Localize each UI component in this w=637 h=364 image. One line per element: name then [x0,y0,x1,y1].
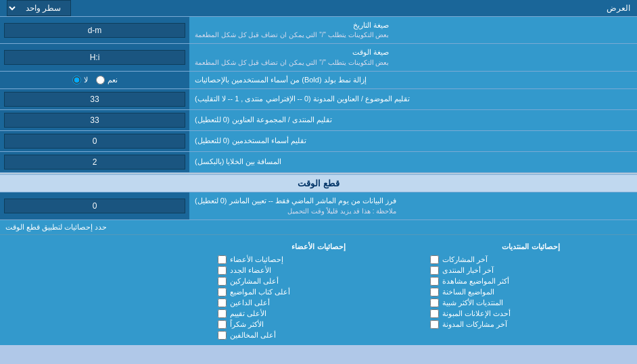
members-stats-col: إحصائيات الأعضاء إحصائيات الأعضاء الأعضا… [212,238,425,342]
date-format-input-cell [0,17,189,43]
check-most-viewed: أكثر المواضيع مشاهدة [430,277,632,286]
stats-checkboxes-area: إحصائيات المنتديات آخر المشاركات آخر أخب… [0,235,637,345]
bold-remove-label: إزالة نمط بولد (Bold) من أسماء المستخدمي… [189,72,637,88]
check-hot-topics-input[interactable] [430,288,439,296]
check-blog-posts: آخر مشاركات المدونة [430,320,632,329]
cell-spacing-input[interactable] [4,155,185,170]
display-row: العرض سطر واحد سطرين ثلاثة أسطر [0,0,637,17]
cell-spacing-label: المسافة بين الخلايا (بالبكسل) [189,152,637,172]
stats-limit-label: حدد إحصائيات لتطبيق قطع الوقت [0,220,637,234]
cell-spacing-row: المسافة بين الخلايا (بالبكسل) [0,152,637,173]
time-format-input[interactable] [4,50,185,65]
check-latest-ads: أحدث الإعلانات المبونة [430,309,632,318]
usernames-row: تقليم أسماء المستخدمين (0 للتعطيل) [0,131,637,152]
check-top-rated: الأعلى تقييم [218,309,419,318]
check-last-posts: آخر المشاركات [430,255,632,264]
stats-header-row: حدد إحصائيات لتطبيق قطع الوقت [0,220,637,235]
stats-container: حدد إحصائيات لتطبيق قطع الوقت إحصائيات ا… [0,220,637,345]
date-format-input[interactable] [4,23,185,38]
check-top-inviters: أعلى الداعين [218,298,419,307]
check-most-thanked: الأكثر شكراً [218,320,419,329]
check-top-posters: أعلى المشاركين [218,277,419,286]
usernames-label: تقليم أسماء المستخدمين (0 للتعطيل) [189,131,637,151]
time-cut-input-cell [0,192,189,219]
check-new-members: الأعضاء الجدد [218,266,419,275]
forum-title-label: تقليم المنتدى / المجموعة العناوين (0 للت… [189,110,637,130]
usernames-input-cell [0,131,189,151]
check-similar-forums-input[interactable] [430,298,439,307]
check-last-posts-input[interactable] [430,255,439,264]
posts-header: إحصائيات المنتديات [430,240,632,253]
stats-empty-col [0,238,212,342]
bold-remove-radio-cell: نعم لا [0,72,189,88]
time-format-row: صيغة الوقت بعض التكوينات يتطلب "/" التي … [0,44,637,71]
display-label: العرض [74,0,637,16]
cell-spacing-input-cell [0,152,189,172]
check-top-topic-writers: أعلى كتاب المواضيع [218,288,419,296]
forum-title-input[interactable] [4,113,185,128]
check-latest-ads-input[interactable] [430,309,439,318]
check-most-viewed-input[interactable] [430,277,439,286]
topic-title-input-cell [0,89,189,109]
check-top-violators: أعلى المخالفين [218,331,419,340]
check-top-violators-input[interactable] [218,331,227,340]
check-blog-posts-input[interactable] [430,320,439,329]
forum-title-input-cell [0,110,189,130]
bold-remove-row: إزالة نمط بولد (Bold) من أسماء المستخدمي… [0,72,637,89]
time-cut-label: فرز البيانات من يوم الماشر الماضي فقط --… [189,192,637,219]
bold-no-radio[interactable] [72,76,81,84]
bold-no-label[interactable]: لا [72,76,88,84]
forum-title-row: تقليم المنتدى / المجموعة العناوين (0 للت… [0,110,637,131]
check-most-thanked-input[interactable] [218,320,227,329]
posts-stats-col: إحصائيات المنتديات آخر المشاركات آخر أخب… [425,238,637,342]
topic-title-input[interactable] [4,92,185,107]
time-cut-header: قطع الوقت [0,175,637,192]
check-forum-news-input[interactable] [430,266,439,275]
check-similar-forums: المنتديات الأكثر شبية [430,298,632,307]
check-top-topic-writers-input[interactable] [218,288,227,296]
bold-yes-label[interactable]: نعم [96,76,118,84]
bold-yes-radio[interactable] [96,76,105,84]
time-cut-input[interactable] [4,199,185,213]
check-top-posters-input[interactable] [218,277,227,286]
time-format-input-cell [0,44,189,70]
check-members-stats-input[interactable] [218,255,227,264]
display-select[interactable]: سطر واحد سطرين ثلاثة أسطر [7,0,71,16]
topic-title-row: تقليم الموضوع / العناوين المدونة (0 -- ا… [0,89,637,110]
check-new-members-input[interactable] [218,266,227,275]
check-top-rated-input[interactable] [218,309,227,318]
check-forum-news: آخر أخبار المنتدى [430,266,632,275]
date-format-row: صيغة التاريخ بعض التكوينات يتطلب "/" الت… [0,17,637,44]
date-format-label: صيغة التاريخ بعض التكوينات يتطلب "/" الت… [189,17,637,43]
check-top-inviters-input[interactable] [218,298,227,307]
check-hot-topics: المواضيع الساخنة [430,288,632,296]
time-format-label: صيغة الوقت بعض التكوينات يتطلب "/" التي … [189,44,637,70]
check-members-stats: إحصائيات الأعضاء [218,255,419,264]
members-header: إحصائيات الأعضاء [218,240,419,253]
usernames-input[interactable] [4,134,185,149]
topic-title-label: تقليم الموضوع / العناوين المدونة (0 -- ا… [189,89,637,109]
time-cut-row: فرز البيانات من يوم الماشر الماضي فقط --… [0,192,637,219]
